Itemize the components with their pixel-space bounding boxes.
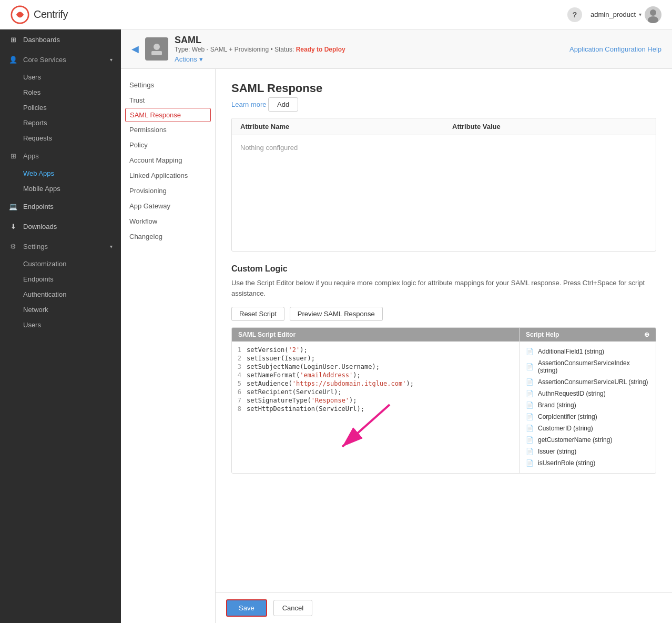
logo: Centrify [11, 5, 68, 24]
app-name: SAML [175, 35, 345, 46]
sidebar-sub-policies[interactable]: Policies [0, 100, 121, 115]
help-item-9[interactable]: 📄 Issuer (string) [520, 446, 656, 457]
topnav-right: ? admin_product ▾ [567, 6, 661, 23]
preview-saml-button[interactable]: Preview SAML Response [290, 307, 383, 321]
custom-logic-section: Custom Logic Use the Script Editor below… [231, 264, 656, 474]
file-icon-6: 📄 [526, 413, 534, 420]
content-area: Settings Trust SAML Response Permissions… [121, 69, 672, 623]
subnav-linked-applications[interactable]: Linked Applications [121, 168, 215, 183]
sidebar-sub-users[interactable]: Users [0, 69, 121, 85]
attribute-table: Attribute Name Attribute Value Nothing c… [231, 118, 656, 252]
help-item-10[interactable]: 📄 isUserInRole (string) [520, 457, 656, 469]
add-button[interactable]: Add [268, 97, 298, 112]
apps-icon: ⊞ [8, 151, 18, 160]
page-title: SAML Response [231, 82, 656, 95]
sidebar-item-apps[interactable]: ⊞ Apps [0, 146, 121, 166]
help-item-label-1: AdditionalField1 (string) [538, 348, 604, 355]
line-code-7: setSignatureType('Response'); [247, 397, 519, 404]
sidebar-sub-customization[interactable]: Customization [0, 256, 121, 272]
settings-icon: ⚙ [8, 242, 18, 251]
help-item-3[interactable]: 📄 AssertionConsumerServiceURL (string) [520, 376, 656, 388]
sidebar-sub-roles[interactable]: Roles [0, 85, 121, 100]
reset-script-button[interactable]: Reset Script [231, 307, 284, 321]
subnav-trust[interactable]: Trust [121, 93, 215, 108]
app-info: SAML Type: Web - SAML + Provisioning • S… [175, 35, 345, 63]
subnav-settings[interactable]: Settings [121, 77, 215, 93]
help-item-label-6: CorpIdentifier (string) [538, 413, 597, 420]
dashboards-icon: ⊞ [8, 35, 18, 44]
sidebar-item-endpoints[interactable]: 💻 Endpoints [0, 196, 121, 216]
file-icon-2: 📄 [526, 363, 534, 370]
script-editor-body[interactable]: 1 setVersion('2'); 2 setIssuer(Issuer); … [232, 341, 519, 457]
script-help-expand-icon[interactable]: ⊕ [644, 331, 649, 338]
help-item-4[interactable]: 📄 AuthnRequestID (string) [520, 388, 656, 399]
settings-label: Settings [23, 243, 48, 250]
sidebar-sub-settings-endpoints[interactable]: Endpoints [0, 272, 121, 287]
centrify-logo-text: Centrify [34, 8, 68, 21]
sidebar-item-settings[interactable]: ⚙ Settings ▾ [0, 236, 121, 256]
help-item-5[interactable]: 📄 Brand (string) [520, 399, 656, 411]
sidebar-sub-reports[interactable]: Reports [0, 115, 121, 130]
sidebar-sub-requests[interactable]: Requests [0, 130, 121, 146]
help-item-1[interactable]: 📄 AdditionalField1 (string) [520, 346, 656, 357]
page-content: SAML Response Learn more Add Attribute N… [216, 69, 672, 592]
line-code-6: setRecipient(ServiceUrl); [247, 388, 519, 396]
line-num-6: 6 [232, 388, 247, 396]
downloads-label: Downloads [23, 223, 57, 230]
learn-more-link[interactable]: Learn more [231, 101, 266, 108]
file-icon-5: 📄 [526, 401, 534, 409]
subnav-provisioning[interactable]: Provisioning [121, 183, 215, 198]
sidebar-item-downloads[interactable]: ⬇ Downloads [0, 216, 121, 236]
help-item-label-4: AuthnRequestID (string) [538, 390, 606, 397]
separator: • [270, 46, 274, 53]
line-code-3: setSubjectName(LoginUser.Username); [247, 363, 519, 370]
script-line-4: 4 setNameFormat('emailAddress'); [232, 371, 519, 379]
line-num-2: 2 [232, 355, 247, 362]
app-header: ◀ SAML Type: Web - SAML + Provisioning •… [121, 29, 672, 69]
script-editor: SAML Script Editor 1 setVersion('2'); 2 … [232, 328, 519, 473]
file-icon-7: 📄 [526, 425, 534, 432]
script-line-2: 2 setIssuer(Issuer); [232, 354, 519, 363]
sidebar-sub-network[interactable]: Network [0, 302, 121, 317]
script-help-body: 📄 AdditionalField1 (string) 📄 AssertionC… [520, 341, 656, 473]
user-menu[interactable]: admin_product ▾ [590, 6, 661, 23]
help-item-label-10: isUserInRole (string) [538, 459, 595, 467]
subnav-saml-response[interactable]: SAML Response [125, 108, 211, 122]
cancel-button[interactable]: Cancel [273, 600, 312, 616]
app-type: Type: Web - SAML + Provisioning [175, 46, 269, 53]
help-item-6[interactable]: 📄 CorpIdentifier (string) [520, 411, 656, 423]
help-button[interactable]: ? [567, 7, 582, 22]
line-code-5: setAudience('https://subdomain.itglue.co… [247, 380, 519, 387]
subnav-app-gateway[interactable]: App Gateway [121, 198, 215, 214]
settings-chevron: ▾ [110, 244, 113, 249]
sidebar-sub-web-apps[interactable]: Web Apps [0, 166, 121, 181]
help-item-8[interactable]: 📄 getCustomerName (string) [520, 434, 656, 446]
line-num-4: 4 [232, 371, 247, 379]
actions-button[interactable]: Actions ▾ [175, 55, 345, 63]
back-arrow-icon[interactable]: ◀ [131, 43, 139, 55]
actions-label: Actions [175, 55, 197, 63]
app-config-help-link[interactable]: Application Configuration Help [569, 45, 661, 53]
subnav-account-mapping[interactable]: Account Mapping [121, 153, 215, 168]
subnav-permissions[interactable]: Permissions [121, 122, 215, 137]
line-code-2: setIssuer(Issuer); [247, 355, 519, 362]
subnav-policy[interactable]: Policy [121, 137, 215, 153]
save-button[interactable]: Save [226, 599, 267, 617]
subnav-workflow[interactable]: Workflow [121, 214, 215, 229]
empty-state-text: Nothing configured [240, 144, 298, 152]
top-navbar: Centrify ? admin_product ▾ [0, 0, 672, 29]
table-header: Attribute Name Attribute Value [232, 118, 656, 135]
help-item-2[interactable]: 📄 AssertionConsumerServiceIndex (string) [520, 357, 656, 376]
subnav-changelog[interactable]: Changelog [121, 229, 215, 244]
help-item-label-5: Brand (string) [538, 401, 576, 409]
file-icon-10: 📄 [526, 459, 534, 467]
sidebar: ⊞ Dashboards 👤 Core Services ▾ Users Rol… [0, 29, 121, 623]
sidebar-item-core-services[interactable]: 👤 Core Services ▾ [0, 49, 121, 69]
sidebar-item-dashboards[interactable]: ⊞ Dashboards [0, 29, 121, 49]
app-header-left: ◀ SAML Type: Web - SAML + Provisioning •… [131, 35, 345, 63]
script-editor-header: SAML Script Editor [232, 328, 519, 341]
sidebar-sub-authentication[interactable]: Authentication [0, 287, 121, 302]
sidebar-sub-settings-users[interactable]: Users [0, 317, 121, 333]
help-item-7[interactable]: 📄 CustomerID (string) [520, 423, 656, 434]
sidebar-sub-mobile-apps[interactable]: Mobile Apps [0, 181, 121, 196]
